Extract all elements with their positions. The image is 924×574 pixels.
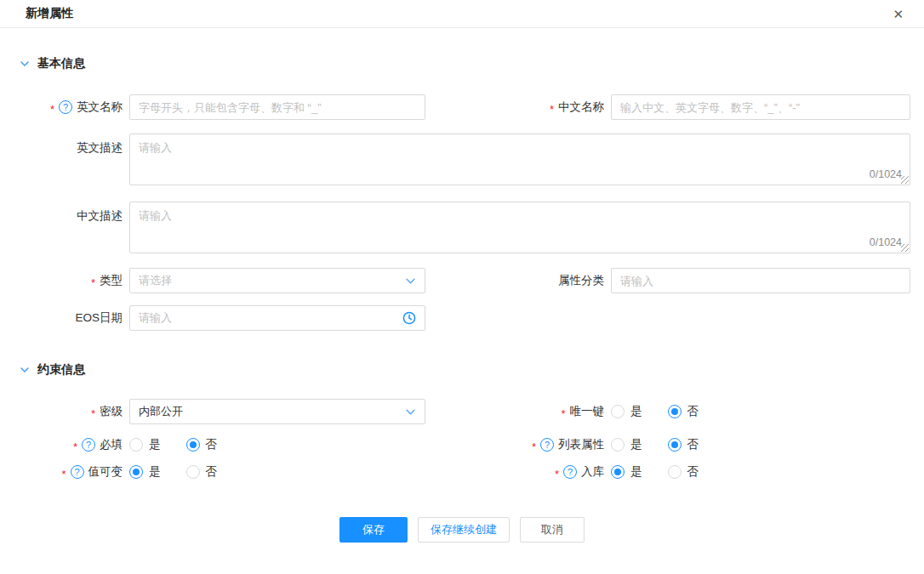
field-eos-date: EOS日期 请输入 — [14, 305, 462, 331]
storage-radio-yes[interactable]: 是 — [611, 464, 642, 480]
secrecy-label: 密级 — [100, 404, 123, 419]
required-radio-yes[interactable]: 是 — [129, 437, 161, 452]
section-title-basic: 基本信息 — [37, 56, 85, 71]
radio-yes-label: 是 — [630, 437, 642, 452]
category-label: 属性分类 — [558, 273, 604, 288]
save-button[interactable]: 保存 — [339, 517, 408, 543]
type-select-placeholder: 请选择 — [139, 273, 172, 288]
chinese-desc-textarea[interactable] — [129, 202, 910, 253]
row-type-category: * 类型 请选择 属性分类 — [14, 268, 910, 293]
english-name-label: 英文名称 — [77, 99, 123, 115]
row-eos-date: EOS日期 请输入 — [14, 305, 910, 331]
close-icon[interactable]: ✕ — [887, 4, 909, 24]
storage-radio-no[interactable]: 否 — [668, 464, 699, 480]
row-secrecy-unique: * 密级 内部公开 * 唯一键 是 — [14, 399, 910, 424]
unique-key-radio-no[interactable]: 否 — [668, 404, 699, 419]
radio-icon — [611, 438, 625, 452]
save-continue-button[interactable]: 保存继续创建 — [418, 517, 510, 543]
radio-icon — [668, 405, 682, 418]
radio-yes-label: 是 — [630, 404, 642, 419]
list-attr-label: 列表属性 — [558, 437, 604, 452]
dialog-title: 新增属性 — [26, 6, 73, 21]
english-desc-label: 英文描述 — [77, 140, 123, 156]
radio-icon — [611, 405, 625, 418]
chevron-down-icon — [405, 276, 416, 287]
type-label: 类型 — [100, 273, 123, 288]
required-asterisk: * — [532, 441, 536, 452]
field-english-name: * ? 英文名称 — [14, 94, 462, 120]
field-unique-key: * 唯一键 是 否 — [462, 399, 910, 424]
list-attr-radio-no[interactable]: 否 — [668, 437, 699, 452]
char-counter: 0/1024 — [870, 168, 902, 180]
unique-key-radio-yes[interactable]: 是 — [611, 404, 642, 419]
required-asterisk: * — [91, 408, 95, 419]
secrecy-select[interactable]: 内部公开 — [129, 399, 425, 424]
type-select[interactable]: 请选择 — [129, 268, 425, 293]
secrecy-select-value: 内部公开 — [139, 404, 183, 419]
resize-handle-icon[interactable] — [901, 244, 909, 252]
field-chinese-desc: 中文描述 0/1024 — [14, 202, 910, 253]
required-asterisk: * — [61, 469, 66, 480]
chinese-name-label: 中文名称 — [558, 99, 604, 115]
row-english-desc: 英文描述 0/1024 — [14, 134, 910, 185]
help-icon[interactable]: ? — [540, 438, 554, 452]
chevron-down-icon — [20, 365, 30, 375]
field-storage: * ? 入库 是 否 — [462, 464, 910, 480]
help-icon[interactable]: ? — [59, 100, 72, 114]
section-basic-info[interactable]: 基本信息 — [20, 56, 910, 71]
unique-key-label: 唯一键 — [570, 404, 605, 419]
radio-icon — [668, 465, 682, 479]
section-title-constraint: 约束信息 — [37, 362, 85, 378]
value-mutable-radio-yes[interactable]: 是 — [129, 464, 161, 480]
row-required-listattr: * ? 必填 是 否 * ? — [14, 437, 910, 452]
help-icon[interactable]: ? — [71, 465, 84, 479]
radio-no-label: 否 — [687, 437, 699, 452]
help-icon[interactable]: ? — [82, 438, 95, 452]
dialog-header: 新增属性 ✕ — [0, 0, 924, 28]
field-value-mutable: * ? 值可变 是 否 — [14, 464, 462, 480]
storage-radio-group: 是 否 — [611, 464, 699, 480]
radio-no-label: 否 — [687, 404, 699, 419]
english-desc-textarea[interactable] — [129, 134, 910, 185]
radio-no-label: 否 — [206, 437, 218, 452]
radio-no-label: 否 — [687, 464, 699, 480]
dialog-body: 基本信息 * ? 英文名称 * 中文名称 — [0, 28, 924, 543]
help-icon[interactable]: ? — [563, 465, 577, 479]
required-radio-no[interactable]: 否 — [186, 437, 218, 452]
radio-icon — [129, 465, 143, 479]
radio-yes-label: 是 — [149, 437, 161, 452]
required-asterisk: * — [555, 469, 559, 480]
field-type: * 类型 请选择 — [14, 268, 462, 293]
section-constraint-info[interactable]: 约束信息 — [20, 362, 910, 378]
radio-icon — [129, 438, 143, 452]
chinese-desc-label: 中文描述 — [77, 208, 123, 224]
value-mutable-radio-group: 是 否 — [129, 464, 217, 480]
required-asterisk: * — [50, 104, 54, 115]
radio-icon — [611, 465, 625, 479]
field-secrecy: * 密级 内部公开 — [14, 399, 462, 424]
chevron-down-icon — [405, 406, 416, 418]
required-asterisk: * — [73, 441, 77, 452]
dialog-footer: 保存 保存继续创建 取消 — [14, 517, 910, 543]
required-asterisk: * — [550, 104, 554, 115]
field-english-desc: 英文描述 0/1024 — [14, 134, 910, 185]
english-name-input[interactable] — [129, 94, 425, 120]
chinese-name-input[interactable] — [611, 94, 910, 120]
eos-date-label: EOS日期 — [75, 310, 123, 326]
cancel-button[interactable]: 取消 — [520, 517, 585, 543]
category-input[interactable] — [611, 268, 910, 293]
eos-date-input[interactable]: 请输入 — [129, 305, 425, 331]
required-asterisk: * — [561, 408, 565, 419]
radio-no-label: 否 — [206, 464, 218, 480]
radio-yes-label: 是 — [630, 464, 642, 480]
radio-icon — [668, 438, 682, 452]
eos-date-placeholder: 请输入 — [139, 310, 172, 326]
resize-handle-icon[interactable] — [901, 176, 909, 184]
value-mutable-radio-no[interactable]: 否 — [186, 464, 218, 480]
list-attr-radio-group: 是 否 — [611, 437, 699, 452]
field-required: * ? 必填 是 否 — [14, 437, 462, 452]
list-attr-radio-yes[interactable]: 是 — [611, 437, 642, 452]
row-chinese-desc: 中文描述 0/1024 — [14, 202, 910, 253]
storage-label: 入库 — [581, 464, 604, 480]
radio-icon — [186, 465, 200, 479]
